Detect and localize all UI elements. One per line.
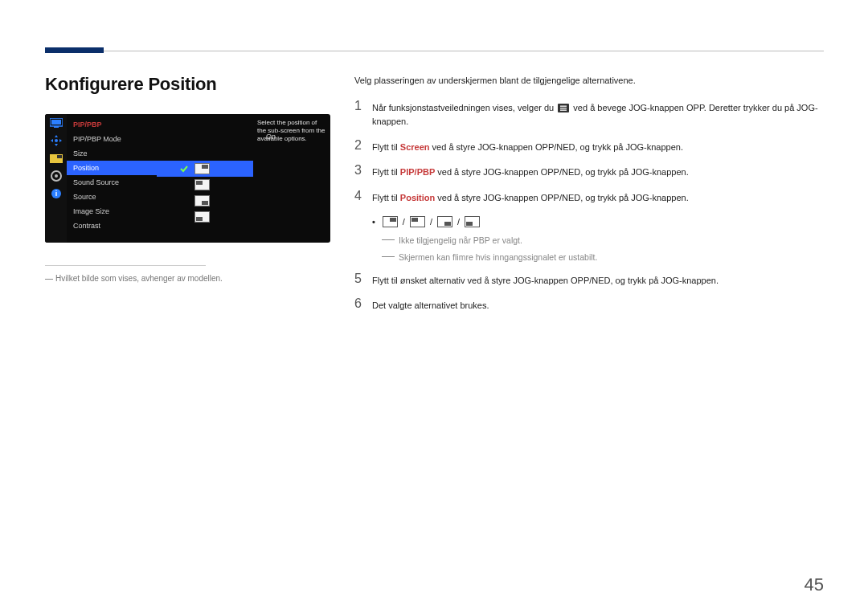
opt-bl-icon [465,216,480,227]
header-rule [104,51,824,51]
osd-header: PIP/PBP [67,119,157,132]
page-title: Konfigurere Position [45,74,326,95]
check-icon [176,163,191,174]
footnote-rule [45,265,206,266]
s2b: ved å styre JOG-knappen OPP/NED, og tryk… [430,142,683,152]
svg-rect-15 [560,105,567,106]
step-num-3: 3 [354,164,372,180]
s2-screen: Screen [400,142,430,152]
osd-row-size: Size [67,146,157,161]
svg-marker-6 [59,139,62,142]
page-number: 45 [805,574,824,595]
pip-tl-icon [194,179,210,190]
osd-row-position: Position [67,161,157,175]
pip-br-icon [194,195,210,206]
step-4: 4 Flytt til Position ved å styre JOG-kna… [354,190,824,206]
pip-tr-icon [194,163,210,174]
footnote-text: Hvilket bilde som vises, avhenger av mod… [55,274,223,283]
osd-row-source: Source [67,190,157,204]
osd-row-sound: Sound Source [67,175,157,190]
step-3: 3 Flytt til PIP/PBP ved å styre JOG-knap… [354,164,824,180]
step-num-1: 1 [354,100,372,129]
note1-text: Ikke tilgjengelig når PBP er valgt. [399,235,522,245]
osd-row-img: Image Size [67,204,157,219]
s4b: ved å styre JOG-knappen OPP/NED, og tryk… [435,193,688,202]
pip-bl-icon [194,211,210,223]
info-icon: i [45,185,67,202]
monitor-icon [45,114,67,132]
step-1: 1 Når funksjonstastveiledningen vises, v… [354,100,824,129]
header-accent [45,47,104,53]
step-6: 6 Det valgte alternativet brukes. [354,297,824,313]
footnote: ―Hvilket bilde som vises, avhenger av mo… [45,274,326,283]
s2a: Flytt til [372,142,400,152]
step-num-5: 5 [354,272,372,288]
pip-icon [45,149,67,167]
s5: Flytt til ønsket alternativ ved å styre … [372,272,824,288]
svg-point-11 [55,174,58,178]
opt-tr-icon [383,216,398,227]
osd-option-br [157,193,210,209]
intro-text: Velg plasseringen av underskjermen blant… [354,74,824,88]
osd-option-bl [157,209,210,225]
opt-tl-icon [410,216,425,227]
svg-marker-4 [55,144,58,146]
s4-pos: Position [400,193,435,202]
step-num-2: 2 [354,139,372,155]
s4a: Flytt til [372,193,400,202]
svg-rect-9 [57,155,62,158]
step-num-6: 6 [354,297,372,313]
osd-panel: i PIP/PBP PIP/PBP Mode Size Position Sou… [45,114,330,243]
s1a: Når funksjonstastveiledningen vises, vel… [372,103,556,112]
svg-rect-16 [560,108,567,108]
s6: Det valgte alternativet brukes. [372,297,824,313]
svg-rect-2 [54,126,59,128]
osd-option-tr [157,161,253,177]
s3b: ved å styre JOG-knappen OPP/NED, og tryk… [435,167,688,177]
gear-icon [45,167,67,185]
note-1: Ikke tilgjengelig når PBP er valgt. [382,234,824,247]
s3-pip: PIP/PBP [400,167,435,177]
svg-text:i: i [55,190,57,198]
step-2: 2 Flytt til Screen ved å styre JOG-knapp… [354,139,824,155]
svg-rect-17 [560,109,567,110]
svg-marker-5 [51,139,53,142]
osd-tooltip: Select the position of the sub-screen fr… [257,119,326,143]
note2-text: Skjermen kan flimre hvis inngangssignale… [399,252,597,262]
note-2: Skjermen kan flimre hvis inngangssignale… [382,251,824,264]
svg-marker-3 [55,135,58,137]
step-num-4: 4 [354,190,372,206]
menu-icon [558,104,569,112]
osd-row-mode: PIP/PBP Mode [67,132,157,146]
osd-row-contrast: Contrast [67,219,157,233]
s3a: Flytt til [372,167,400,177]
svg-rect-1 [51,120,61,125]
osd-option-tl [157,177,210,193]
svg-point-7 [55,139,58,142]
arrows-icon [45,132,67,149]
step-5: 5 Flytt til ønsket alternativ ved å styr… [354,272,824,288]
opt-br-icon [437,216,452,227]
options-line: • / / / [372,215,824,230]
